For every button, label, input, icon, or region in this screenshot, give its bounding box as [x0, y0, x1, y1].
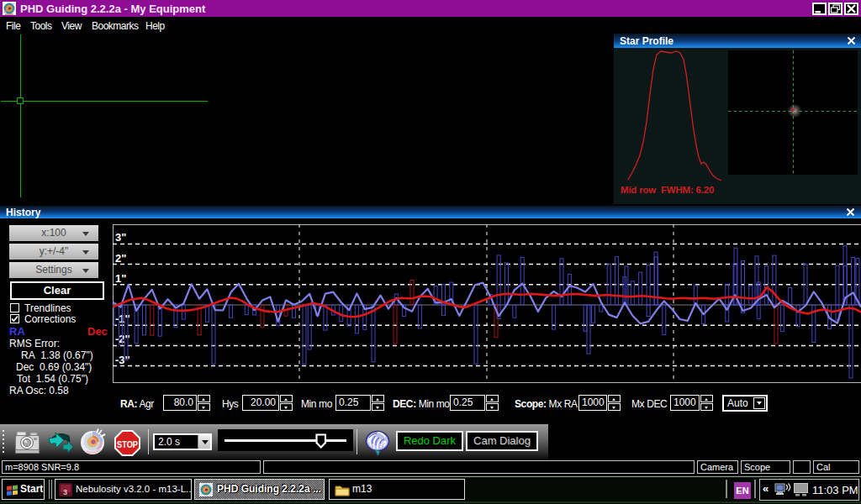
svg-text:3: 3 — [63, 488, 67, 496]
svg-text:STOP: STOP — [117, 439, 138, 449]
svg-text:2": 2" — [115, 252, 126, 265]
svg-text:1": 1" — [115, 272, 126, 285]
svg-text:3": 3" — [115, 231, 126, 244]
